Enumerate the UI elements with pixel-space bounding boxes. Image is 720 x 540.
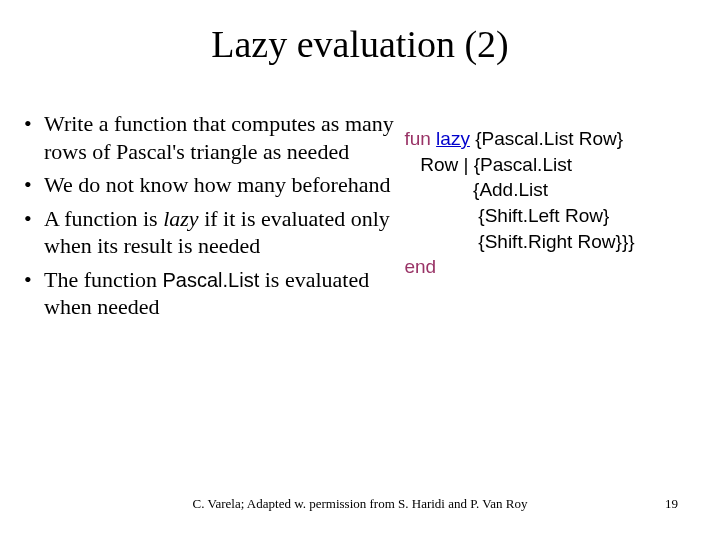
code-line-4: {Shift.Left Row} xyxy=(404,205,609,226)
bullet-list: Write a function that computes as many r… xyxy=(20,110,394,321)
code-line-5: {Shift.Right Row}}} xyxy=(404,231,634,252)
bullet-4-mono: Pascal.List xyxy=(163,269,260,291)
kw-end: end xyxy=(404,256,436,277)
bullet-3-lazy: lazy xyxy=(163,206,198,231)
bullet-1: Write a function that computes as many r… xyxy=(20,110,394,165)
bullet-4-a: The function xyxy=(44,267,163,292)
code-line-1b: {Pascal.List Row} xyxy=(470,128,623,149)
kw-lazy: lazy xyxy=(436,128,470,149)
footer-credit: C. Varela; Adapted w. permission from S.… xyxy=(0,496,720,512)
bullet-2: We do not know how many beforehand xyxy=(20,171,394,199)
right-column: fun lazy {Pascal.List Row} Row | {Pascal… xyxy=(404,110,700,280)
bullet-3: A function is lazy if it is evaluated on… xyxy=(20,205,394,260)
page-number: 19 xyxy=(665,496,678,512)
slide: Lazy evaluation (2) Write a function tha… xyxy=(0,0,720,540)
bullet-4: The function Pascal.List is evaluated wh… xyxy=(20,266,394,321)
code-line-2: Row | {Pascal.List xyxy=(404,154,572,175)
kw-fun: fun xyxy=(404,128,430,149)
bullet-3-a: A function is xyxy=(44,206,163,231)
left-column: Write a function that computes as many r… xyxy=(20,110,404,327)
code-block: fun lazy {Pascal.List Row} Row | {Pascal… xyxy=(404,126,700,280)
bullet-2-text: We do not know how many beforehand xyxy=(44,172,390,197)
slide-title: Lazy evaluation (2) xyxy=(0,22,720,66)
code-line-3: {Add.List xyxy=(404,179,548,200)
bullet-1-text: Write a function that computes as many r… xyxy=(44,111,394,164)
slide-body: Write a function that computes as many r… xyxy=(20,110,700,327)
